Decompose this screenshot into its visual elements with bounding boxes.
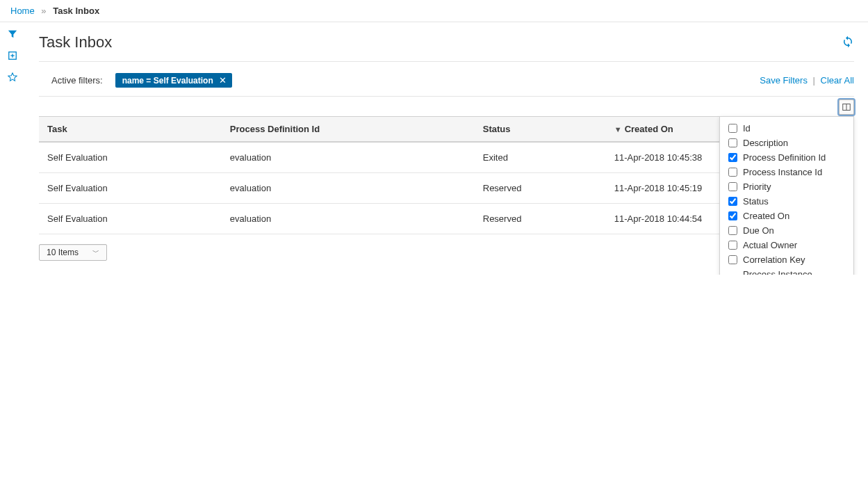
sort-desc-icon: ▼ xyxy=(614,125,622,134)
column-option-label: Due On xyxy=(743,225,774,236)
column-option[interactable]: Id xyxy=(720,121,853,136)
column-option[interactable]: Status xyxy=(720,194,853,209)
items-per-page-dropdown[interactable]: 10 Items ﹀ xyxy=(39,244,107,261)
filter-actions-separator: | xyxy=(813,75,815,86)
cell-status: Reserved xyxy=(475,204,606,234)
cell-status: Exited xyxy=(475,142,606,173)
column-option-label: Process Instance Description xyxy=(743,269,845,275)
column-option-label: Priority xyxy=(743,182,771,192)
column-option-label: Process Instance Id xyxy=(743,167,822,177)
breadcrumb-home[interactable]: Home xyxy=(10,6,35,16)
column-option[interactable]: Correlation Key xyxy=(720,252,853,267)
column-option-label: Actual Owner xyxy=(743,240,797,250)
cell-task: Self Evaluation xyxy=(39,142,222,173)
column-option[interactable]: Due On xyxy=(720,223,853,238)
column-checkbox[interactable] xyxy=(728,197,737,206)
breadcrumb-separator: » xyxy=(41,6,46,16)
column-option-label: Created On xyxy=(743,211,789,221)
column-option[interactable]: Process Instance Description xyxy=(720,267,853,275)
filter-icon[interactable] xyxy=(8,29,17,41)
col-procdef[interactable]: Process Definition Id xyxy=(222,117,475,143)
column-checkbox[interactable] xyxy=(728,241,737,250)
column-checkbox[interactable] xyxy=(728,226,737,235)
column-picker-toggle[interactable] xyxy=(839,99,854,115)
clear-all-link[interactable]: Clear All xyxy=(821,75,854,86)
column-option[interactable]: Process Definition Id xyxy=(720,150,853,165)
cell-status: Reserved xyxy=(475,173,606,204)
cell-procDef: evaluation xyxy=(222,173,475,204)
column-option[interactable]: Created On xyxy=(720,209,853,223)
filter-chip: name = Self Evaluation ✕ xyxy=(115,73,232,88)
save-filters-link[interactable]: Save Filters xyxy=(760,75,808,86)
col-task[interactable]: Task xyxy=(39,117,222,143)
refresh-icon xyxy=(842,35,854,48)
column-option-label: Correlation Key xyxy=(743,255,805,265)
chevron-down-icon: ﹀ xyxy=(92,248,99,257)
column-checkbox[interactable] xyxy=(728,124,737,133)
column-checkbox[interactable] xyxy=(728,255,737,264)
column-option-label: Description xyxy=(743,138,788,148)
column-picker-panel: IdDescriptionProcess Definition IdProces… xyxy=(719,116,854,275)
column-option[interactable]: Process Instance Id xyxy=(720,165,853,179)
column-option-label: Process Definition Id xyxy=(743,152,826,163)
breadcrumb-current: Task Inbox xyxy=(53,6,99,16)
cell-procDef: evaluation xyxy=(222,204,475,234)
expand-icon[interactable] xyxy=(8,51,17,63)
column-checkbox[interactable] xyxy=(728,168,737,177)
column-option-label: Status xyxy=(743,196,769,207)
col-status[interactable]: Status xyxy=(475,117,606,143)
column-checkbox[interactable] xyxy=(728,211,737,220)
cell-procDef: evaluation xyxy=(222,142,475,173)
items-per-page-label: 10 Items xyxy=(47,248,79,257)
filter-bar: Active filters: name = Self Evaluation ✕… xyxy=(39,62,854,97)
column-checkbox[interactable] xyxy=(728,153,737,162)
filter-chip-remove[interactable]: ✕ xyxy=(219,75,227,86)
column-checkbox[interactable] xyxy=(728,138,737,147)
column-option[interactable]: Actual Owner xyxy=(720,238,853,252)
column-checkbox[interactable] xyxy=(728,182,737,191)
column-option-label: Id xyxy=(743,123,751,134)
refresh-button[interactable] xyxy=(842,35,854,50)
cell-task: Self Evaluation xyxy=(39,204,222,234)
column-option[interactable]: Description xyxy=(720,136,853,150)
cell-task: Self Evaluation xyxy=(39,173,222,204)
columns-icon xyxy=(842,103,851,111)
active-filters-label: Active filters: xyxy=(39,75,103,86)
star-icon[interactable] xyxy=(8,72,17,84)
page-title: Task Inbox xyxy=(39,33,112,51)
breadcrumb: Home » Task Inbox xyxy=(0,0,868,22)
column-option[interactable]: Priority xyxy=(720,179,853,194)
side-rail xyxy=(0,22,25,275)
filter-chip-text: name = Self Evaluation xyxy=(122,76,213,86)
